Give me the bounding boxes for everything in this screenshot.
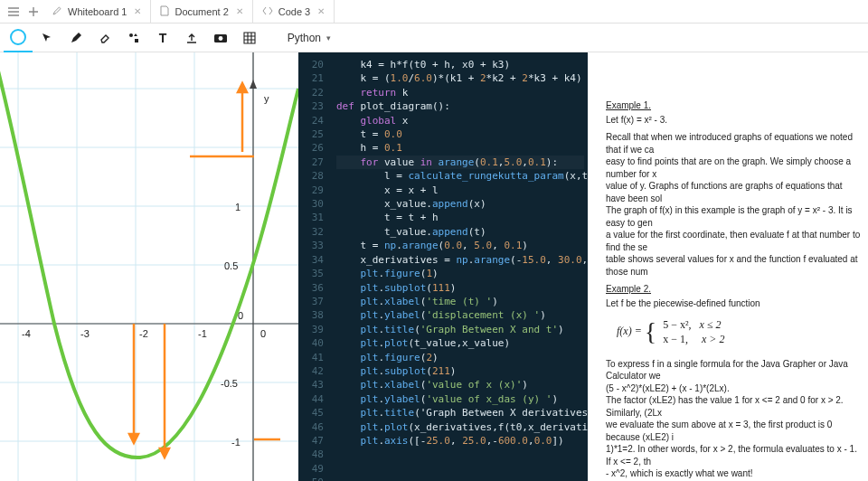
text-tool[interactable]: T	[148, 24, 177, 52]
code-content: k4 = h*f(t0 + h, x0 + k3) k = (1.0/6.0)*…	[336, 58, 584, 448]
graph-canvas: -4 -3 -2 -1 0 1 0.5 0 -0.5 -1 y	[0, 52, 298, 481]
text: The factor (xLE2) has the value 1 for x …	[606, 394, 861, 419]
pencil-icon	[52, 5, 62, 17]
chevron-down-icon: ▾	[326, 33, 331, 42]
text: easy to find points that are on the grap…	[606, 156, 861, 180]
code-icon	[262, 6, 273, 17]
svg-text:y: y	[264, 93, 269, 104]
tab-label: Whiteboard 1	[68, 6, 127, 17]
text: value of y. Graphs of functions are grap…	[606, 180, 861, 204]
whiteboard-panel[interactable]: -4 -3 -2 -1 0 1 0.5 0 -0.5 -1 y	[0, 52, 298, 481]
grid-tool[interactable]	[235, 24, 264, 52]
svg-text:0: 0	[260, 328, 266, 339]
text: 1)*1=2. In other words, for x > 2, the f…	[606, 443, 861, 467]
tab-label: Document 2	[175, 6, 228, 17]
example1-title: Example 1.	[606, 99, 861, 112]
svg-text:0.5: 0.5	[224, 260, 238, 271]
upload-tool[interactable]	[177, 24, 206, 52]
menu-icon[interactable]	[4, 2, 24, 22]
close-icon[interactable]: ✕	[134, 6, 141, 16]
svg-text:1: 1	[235, 202, 241, 212]
shape-circle-tool[interactable]	[4, 24, 33, 52]
tab-document[interactable]: Document 2 ✕	[151, 0, 252, 24]
text: (5 - x^2)*(xLE2) + (x - 1)*(2Lx).	[606, 382, 861, 395]
text: To express f in a single formula for the…	[606, 358, 861, 382]
tab-label: Code 3	[278, 6, 310, 17]
example2-sub: Let f be the piecewise-defined function	[606, 297, 861, 310]
example1-fn: Let f(x) = x² - 3.	[606, 114, 861, 127]
close-icon[interactable]: ✕	[236, 6, 243, 16]
tab-whiteboard[interactable]: Whiteboard 1 ✕	[43, 0, 151, 24]
text: - x^2, which is exactly what we want!	[606, 467, 861, 480]
pointer-tool[interactable]	[33, 24, 61, 52]
text: we evaluate the sum above at x = 3, the …	[606, 419, 861, 443]
svg-text:-3: -3	[80, 328, 90, 339]
svg-text:-0.5: -0.5	[221, 378, 238, 389]
svg-point-3	[219, 36, 223, 41]
example2-title: Example 2.	[606, 283, 861, 296]
eraser-tool[interactable]	[90, 24, 119, 52]
text: Recall that when we introduced graphs of…	[606, 131, 861, 156]
pen-tool[interactable]	[61, 24, 90, 52]
svg-rect-1	[135, 39, 138, 42]
svg-text:-4: -4	[22, 328, 31, 339]
shapes-tool[interactable]	[119, 24, 148, 52]
tab-code[interactable]: Code 3 ✕	[253, 0, 335, 24]
camera-tool[interactable]	[206, 24, 235, 52]
svg-text:-2: -2	[139, 328, 148, 339]
gutter: 2021222324252627282930313233343536373839…	[298, 58, 331, 481]
svg-text:-1: -1	[231, 437, 241, 448]
close-icon[interactable]: ✕	[317, 6, 325, 16]
code-editor-panel[interactable]: 2021222324252627282930313233343536373839…	[298, 52, 588, 481]
toolbar: T Python ▾	[0, 24, 868, 52]
workspace: -4 -3 -2 -1 0 1 0.5 0 -0.5 -1 y	[0, 52, 868, 481]
tab-bar: Whiteboard 1 ✕ Document 2 ✕ Code 3 ✕	[0, 0, 868, 24]
svg-text:-1: -1	[198, 328, 207, 339]
document-icon	[160, 5, 169, 18]
text: The graph of f(x) in this example is the…	[606, 204, 861, 229]
text: a value for the first coordinate, then e…	[606, 229, 861, 253]
new-tab-button[interactable]	[24, 2, 43, 22]
piecewise-function: f(x) = { 5 − x², x ≤ 2 x − 1, x > 2	[617, 315, 861, 349]
svg-point-0	[129, 33, 133, 37]
text: table shows several values for x and the…	[606, 253, 861, 278]
language-select[interactable]: Python ▾	[288, 32, 331, 44]
language-label: Python	[288, 32, 321, 44]
document-panel[interactable]: Example 1. Let f(x) = x² - 3. Recall tha…	[588, 52, 868, 481]
